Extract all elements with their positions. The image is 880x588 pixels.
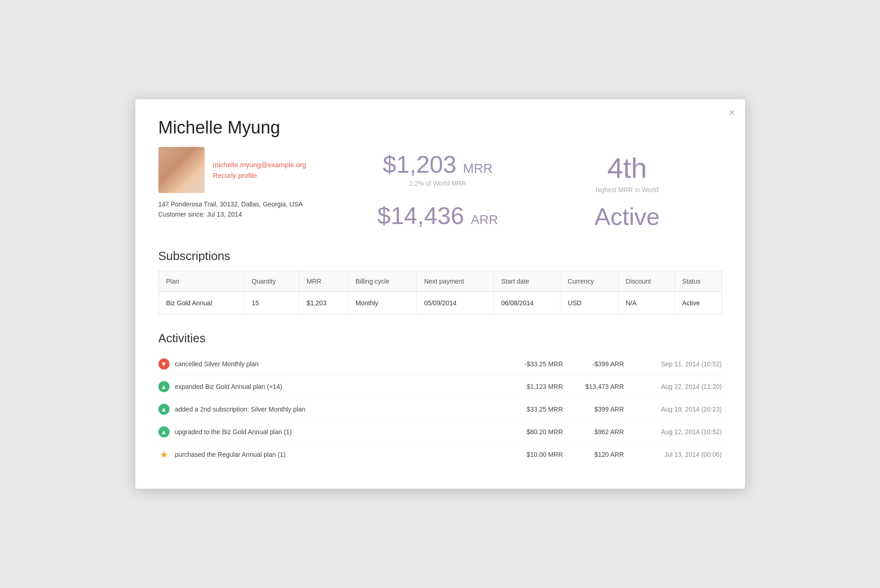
activity-icon: ▼ [158,358,170,370]
activity-date: Jul 13, 2014 (00:06) [630,451,722,458]
activity-arr: -$399 ARR [569,360,624,368]
activities-title: Activities [158,331,722,346]
activity-icon: ▲ [158,426,170,437]
arr-block: $14,436 ARR [343,198,533,235]
arr-value: $14,436 ARR [352,203,523,229]
col-mrr: MRR [299,271,348,292]
activity-item: ▲expanded Biz Gold Annual plan (+14)$1,1… [158,376,722,398]
stats-section: $1,203 MRR 1.2% of World MRR 4th highest… [316,147,722,235]
activity-mrr: $80.20 MRR [498,428,563,436]
activity-description: purchased the Regular Annual plan (1) [175,451,493,458]
col-start-date: Start date [494,271,560,292]
col-billing-cycle: Billing cycle [348,271,416,292]
activity-mrr: $1,123 MRR [498,383,563,390]
mrr-value: $1,203 MRR [352,152,523,178]
table-row: Biz Gold Annual15$1,203Monthly05/09/2014… [158,292,722,315]
activity-arr: $13,473 ARR [569,383,624,390]
col-currency: Currency [560,271,619,292]
activity-icon: ▲ [158,381,170,392]
col-quantity: Quantity [244,271,299,292]
avatar-image [158,147,205,193]
activity-item: ▲upgraded to the Biz Gold Annual plan (1… [158,421,722,443]
activity-arr: $399 ARR [569,406,624,413]
customer-modal: × Michelle Myung michelle.myung@example.… [135,99,745,489]
table-header-row: Plan Quantity MRR Billing cycle Next pay… [158,271,722,292]
subscriptions-table: Plan Quantity MRR Billing cycle Next pay… [158,271,722,315]
activity-mrr: -$33.25 MRR [498,360,563,368]
activity-item: ▲added a 2nd subscription: Silver Monthl… [158,398,722,421]
col-status: Status [674,271,722,292]
activities-section: Activities ▼cancelled Silver Monthly pla… [158,331,722,466]
activity-date: Sep 11, 2014 (10:52) [630,360,722,368]
activity-description: added a 2nd subscription: Silver Monthly… [175,406,493,413]
activity-description: cancelled Silver Monthly plan [175,360,493,368]
subscriptions-title: Subscriptions [158,249,722,263]
activity-mrr: $33.25 MRR [498,406,563,413]
activity-icon: ★ [158,449,170,460]
profile-left: michelle.myung@example.org Recurly profi… [158,147,316,218]
email-link[interactable]: michelle.myung@example.org [213,161,306,169]
activities-list: ▼cancelled Silver Monthly plan-$33.25 MR… [158,353,722,466]
activity-icon: ▲ [158,404,170,415]
activity-description: upgraded to the Biz Gold Annual plan (1) [175,428,493,436]
activity-description: expanded Biz Gold Annual plan (+14) [175,383,493,390]
activity-mrr: $10.00 MRR [498,451,563,458]
avatar [158,147,205,193]
mrr-sub: 1.2% of World MRR [352,180,523,187]
rank-value: 4th [542,152,713,184]
activity-arr: $962 ARR [569,428,624,436]
top-section: michelle.myung@example.org Recurly profi… [158,147,722,235]
activity-date: Aug 19, 2014 (20:23) [630,406,722,413]
customer-name: Michelle Myung [158,118,722,138]
status-block: Active [533,198,722,235]
mrr-block: $1,203 MRR 1.2% of World MRR [343,147,533,198]
activity-date: Aug 12, 2014 (10:52) [630,428,722,436]
subscriptions-section: Subscriptions Plan Quantity MRR Billing … [158,249,722,315]
customer-address: 147 Ponderosa Trail, 30132, Dallas, Geor… [158,200,303,208]
col-discount: Discount [618,271,674,292]
profile-links: michelle.myung@example.org Recurly profi… [213,161,306,179]
activity-date: Aug 22, 2014 (11:20) [630,383,722,390]
avatar-row: michelle.myung@example.org Recurly profi… [158,147,306,193]
rank-block: 4th highest MRR in World [533,147,722,198]
recurly-profile-link[interactable]: Recurly profile [213,171,306,179]
activity-item: ★purchased the Regular Annual plan (1)$1… [158,443,722,466]
col-next-payment: Next payment [417,271,494,292]
rank-sub: highest MRR in World [542,186,713,194]
activity-arr: $120 ARR [569,451,624,458]
col-plan: Plan [158,271,244,292]
customer-since: Customer since: Jul 13, 2014 [158,211,242,218]
status-value: Active [542,203,713,230]
activity-item: ▼cancelled Silver Monthly plan-$33.25 MR… [158,353,722,376]
close-button[interactable]: × [729,108,735,118]
